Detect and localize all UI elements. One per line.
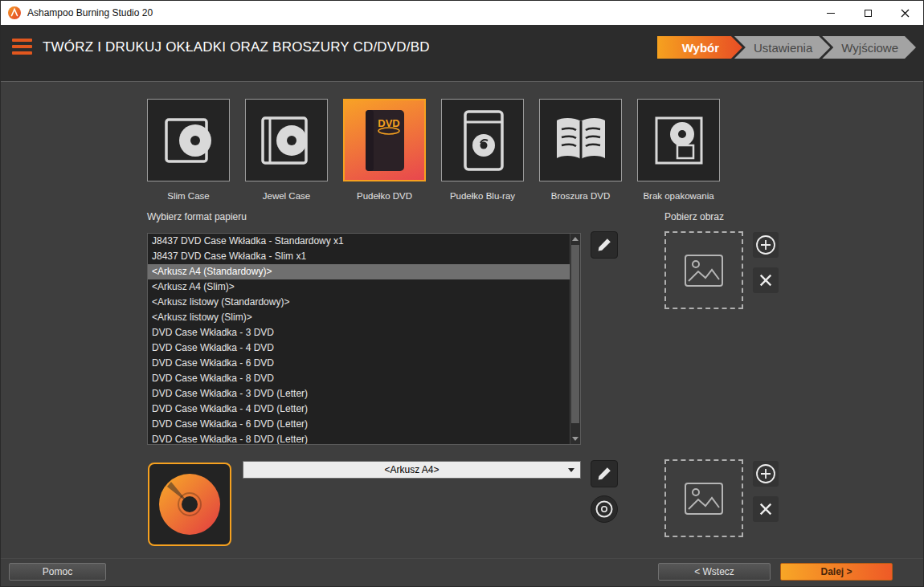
step-wybor: Wybór <box>657 36 742 59</box>
package-type-no-packaging[interactable]: Brak opakowania <box>637 99 720 201</box>
paper-format-option[interactable]: <Arkusz listowy (Standardowy)> <box>148 295 570 310</box>
package-type-bluray-case[interactable]: Pudełko Blu-ray <box>441 99 524 201</box>
next-button[interactable]: Dalej > <box>780 563 893 581</box>
paper-format-option[interactable]: DVD Case Wkładka - 8 DVD <box>148 371 570 386</box>
disc-label-button[interactable] <box>591 495 618 523</box>
package-type-label: Brak opakowania <box>643 191 713 201</box>
paper-format-label: Wybierz format papieru <box>147 211 247 222</box>
package-type-label: Pudełko Blu-ray <box>450 191 515 201</box>
scroll-down-button[interactable] <box>570 434 580 444</box>
package-type-dvd-case[interactable]: DVD Pudełko DVD <box>343 99 426 201</box>
paper-format-option[interactable]: DVD Case Wkładka - 4 DVD (Letter) <box>148 402 570 417</box>
disc-icon <box>595 499 614 519</box>
minimize-button[interactable] <box>812 1 849 25</box>
remove-image-bottom-button[interactable] <box>753 496 779 522</box>
titlebar: Ashampoo Burning Studio 20 <box>1 1 923 25</box>
paper-format-option[interactable]: DVD Case Wkładka - 6 DVD <box>148 356 570 371</box>
paper-format-option[interactable]: <Arkusz A4 (Standardowy)> <box>148 264 570 279</box>
paper-size-dropdown[interactable]: <Arkusz A4> <box>243 461 581 479</box>
paper-format-option[interactable]: <Arkusz listowy (Slim)> <box>148 310 570 325</box>
menu-button[interactable] <box>12 39 32 55</box>
plus-circle-icon <box>755 234 776 255</box>
scroll-up-button[interactable] <box>570 234 580 244</box>
package-type-row: Slim Case Jewel Case DVD <box>147 99 720 201</box>
paper-format-option[interactable]: DVD Case Wkładka - 4 DVD <box>148 340 570 356</box>
hamburger-icon <box>12 39 32 42</box>
add-image-top-button[interactable] <box>753 232 779 258</box>
paper-format-listbox: J8437 DVD Case Wkładka - Standardowy x1J… <box>147 233 581 445</box>
image-placeholder-top[interactable] <box>664 231 743 309</box>
x-icon <box>758 502 773 516</box>
package-type-label: Slim Case <box>167 191 209 201</box>
dvd-case-icon: DVD <box>356 108 414 173</box>
paper-format-option[interactable]: DVD Case Wkładka - 6 DVD (Letter) <box>148 417 570 432</box>
window-controls <box>812 1 923 25</box>
app-window: Ashampoo Burning Studio 20 TWÓRZ I DRUKU… <box>0 0 924 587</box>
paper-format-option[interactable]: <Arkusz A4 (Slim)> <box>148 279 570 295</box>
package-type-label: Jewel Case <box>263 191 310 201</box>
no-packaging-icon <box>650 112 708 169</box>
help-button[interactable]: Pomoc <box>9 563 106 581</box>
package-type-slim-case[interactable]: Slim Case <box>147 99 230 201</box>
open-book-icon <box>550 112 611 169</box>
back-button[interactable]: < Wstecz <box>658 563 771 581</box>
close-icon <box>901 9 910 18</box>
paper-format-option[interactable]: J8437 DVD Case Wkładka - Standardowy x1 <box>148 234 570 249</box>
paper-format-list: J8437 DVD Case Wkładka - Standardowy x1J… <box>148 234 570 444</box>
plus-circle-icon <box>755 463 776 484</box>
maximize-icon <box>865 10 872 17</box>
arrow-up-icon <box>572 237 579 241</box>
image-icon <box>684 482 724 516</box>
image-placeholder-bottom[interactable] <box>664 459 743 537</box>
jewel-case-icon <box>258 112 316 169</box>
selected-package-preview[interactable] <box>148 463 231 546</box>
step-ustawienia: Ustawienia <box>734 36 830 59</box>
pencil-icon <box>596 466 612 482</box>
window-title: Ashampoo Burning Studio 20 <box>27 1 153 25</box>
page-title: TWÓRZ I DRUKUJ OKŁADKI ORAZ BROSZURY CD/… <box>43 39 430 55</box>
arrow-down-icon <box>572 437 579 441</box>
package-type-label: Broszura DVD <box>551 191 611 201</box>
app-header: TWÓRZ I DRUKUJ OKŁADKI ORAZ BROSZURY CD/… <box>1 25 923 82</box>
edit-paper-format-button[interactable] <box>591 231 618 259</box>
list-scrollbar <box>570 234 580 444</box>
minimize-icon <box>827 13 835 14</box>
edit-layout-button[interactable] <box>591 460 618 487</box>
paper-format-option[interactable]: J8437 DVD Case Wkładka - Slim x1 <box>148 249 570 264</box>
close-button[interactable] <box>886 1 923 25</box>
maximize-button[interactable] <box>849 1 886 25</box>
chevron-down-icon <box>568 468 574 472</box>
step-wyjsciowe: Wyjściowe <box>822 36 916 59</box>
paper-format-option[interactable]: DVD Case Wkładka - 8 DVD (Letter) <box>148 432 570 444</box>
paper-format-option[interactable]: DVD Case Wkładka - 3 DVD <box>148 325 570 340</box>
remove-image-top-button[interactable] <box>753 267 779 293</box>
scrollbar-thumb[interactable] <box>571 245 579 423</box>
wizard-steps: Wybór Ustawienia Wyjściowe <box>657 36 916 59</box>
add-image-bottom-button[interactable] <box>753 461 779 487</box>
paper-format-option[interactable]: DVD Case Wkładka - 3 DVD (Letter) <box>148 386 570 402</box>
package-type-label: Pudełko DVD <box>357 191 412 201</box>
slim-case-icon <box>160 112 218 169</box>
bluray-case-icon <box>454 108 512 173</box>
x-icon <box>758 273 773 287</box>
app-logo-icon <box>8 6 21 19</box>
package-type-jewel-case[interactable]: Jewel Case <box>245 99 328 201</box>
footer-separator <box>1 558 923 559</box>
package-type-dvd-booklet[interactable]: Broszura DVD <box>539 99 622 201</box>
image-icon <box>684 254 724 287</box>
pencil-icon <box>596 237 612 253</box>
get-image-label: Pobierz obraz <box>664 211 724 222</box>
disc-preview-icon <box>157 471 223 537</box>
paper-size-value: <Arkusz A4> <box>384 464 439 475</box>
